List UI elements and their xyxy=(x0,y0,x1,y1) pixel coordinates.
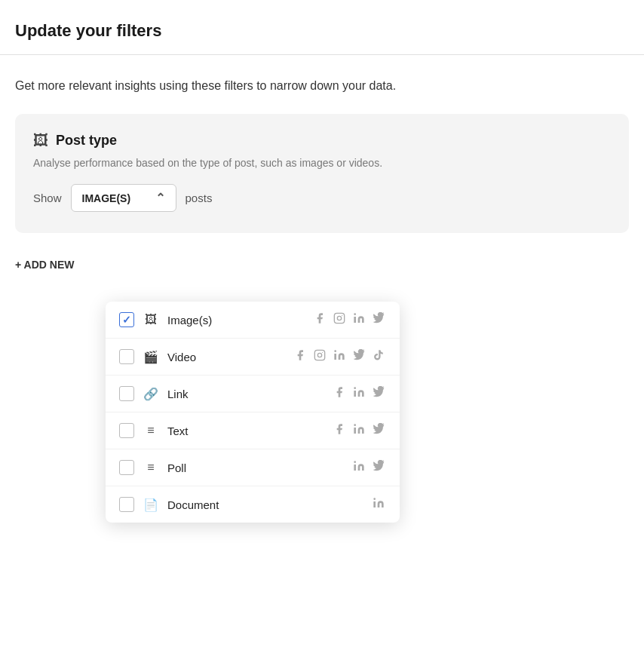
link-icon: 🔗 xyxy=(143,387,158,401)
social-icons-group xyxy=(332,386,386,401)
dropdown-item[interactable]: 🔗Link xyxy=(106,376,400,412)
li-social-icon xyxy=(351,423,366,438)
image-icon: 🖼 xyxy=(143,313,158,327)
svg-point-9 xyxy=(354,424,356,426)
dropdown-item[interactable]: 🖼Image(s) xyxy=(106,302,400,339)
checkbox-link[interactable] xyxy=(119,386,134,401)
tw-social-icon xyxy=(371,423,386,438)
svg-point-7 xyxy=(334,350,336,352)
ig-social-icon xyxy=(332,312,347,327)
fb-social-icon xyxy=(293,349,308,364)
svg-point-6 xyxy=(322,352,323,353)
dropdown-selected-value: IMAGE(S) xyxy=(82,192,131,204)
post-type-filter-card: 🖼 Post type Analyse performance based on… xyxy=(15,114,629,233)
dropdown-item-label: Video xyxy=(167,351,284,363)
ig-social-icon xyxy=(312,349,327,364)
posts-label: posts xyxy=(186,192,213,204)
page-header: Update your filters xyxy=(0,0,644,54)
document-icon: 📄 xyxy=(143,498,158,512)
checkbox-poll[interactable] xyxy=(119,460,134,475)
fb-social-icon xyxy=(332,423,347,438)
tw-social-icon xyxy=(351,349,366,364)
post-type-icon: 🖼 xyxy=(33,132,48,149)
filter-card-title: Post type xyxy=(56,133,117,149)
dropdown-item-label: Poll xyxy=(167,461,342,474)
post-type-dropdown[interactable]: IMAGE(S) ⌃ xyxy=(71,184,176,212)
page-title: Update your filters xyxy=(15,21,629,41)
svg-point-2 xyxy=(342,315,342,316)
filter-card-description: Analyse performance based on the type of… xyxy=(33,157,611,169)
svg-rect-0 xyxy=(334,313,344,323)
subtitle: Get more relevant insights using these f… xyxy=(0,79,644,114)
li-social-icon xyxy=(351,460,366,475)
filter-row: Show IMAGE(S) ⌃ posts xyxy=(33,184,611,212)
social-icons-group xyxy=(371,497,386,512)
li-social-icon xyxy=(332,349,347,364)
dropdown-item[interactable]: ≡Poll xyxy=(106,449,400,486)
dropdown-item-label: Link xyxy=(167,388,323,400)
dropdown-item[interactable]: 📄Document xyxy=(106,486,400,523)
poll-icon: ≡ xyxy=(143,461,158,474)
dropdown-item-label: Image(s) xyxy=(167,314,303,327)
text-icon: ≡ xyxy=(143,424,158,437)
post-type-dropdown-menu: 🖼Image(s)🎬Video🔗Link≡Text≡Poll📄Document xyxy=(106,302,400,523)
li-social-icon xyxy=(371,497,386,512)
video-icon: 🎬 xyxy=(143,350,158,364)
checkbox-text[interactable] xyxy=(119,423,134,438)
dropdown-item-label: Document xyxy=(167,498,362,511)
fb-social-icon xyxy=(312,312,327,327)
social-icons-group xyxy=(351,460,386,475)
svg-point-3 xyxy=(354,313,356,315)
svg-rect-4 xyxy=(314,350,324,360)
add-new-button[interactable]: + ADD NEW xyxy=(15,251,629,278)
li-social-icon xyxy=(351,312,366,327)
chevron-up-icon: ⌃ xyxy=(155,191,165,205)
checkbox-images[interactable] xyxy=(119,312,134,327)
tw-social-icon xyxy=(371,312,386,327)
checkbox-video[interactable] xyxy=(119,349,134,364)
svg-point-1 xyxy=(337,316,341,320)
show-label: Show xyxy=(33,192,62,204)
tw-social-icon xyxy=(371,386,386,401)
svg-point-11 xyxy=(373,498,376,500)
social-icons-group xyxy=(312,312,386,327)
fb-social-icon xyxy=(332,386,347,401)
svg-point-5 xyxy=(317,353,321,357)
tk-social-icon xyxy=(371,349,386,364)
li-social-icon xyxy=(351,386,366,401)
dropdown-item[interactable]: ≡Text xyxy=(106,412,400,449)
add-new-label: + ADD NEW xyxy=(15,259,74,271)
checkbox-document[interactable] xyxy=(119,497,134,512)
social-icons-group xyxy=(332,423,386,438)
svg-point-8 xyxy=(354,387,356,389)
dropdown-item[interactable]: 🎬Video xyxy=(106,339,400,376)
svg-point-10 xyxy=(354,461,356,463)
tw-social-icon xyxy=(371,460,386,475)
social-icons-group xyxy=(293,349,386,364)
dropdown-item-label: Text xyxy=(167,425,323,437)
header-divider xyxy=(0,54,644,55)
filter-card-header: 🖼 Post type xyxy=(33,132,611,149)
